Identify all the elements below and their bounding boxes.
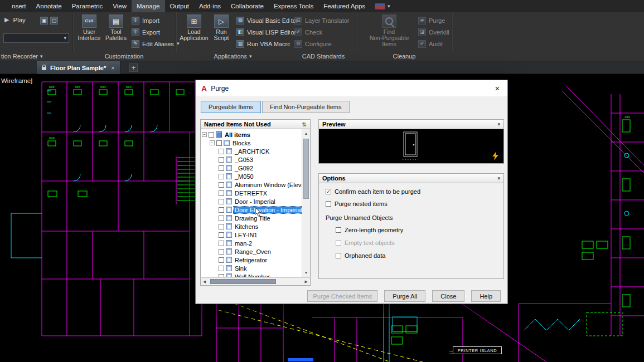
check-button[interactable]: ✔ Check	[294, 27, 322, 37]
checkbox[interactable]	[219, 241, 224, 246]
tree-item[interactable]: Drawing Title	[219, 214, 302, 222]
checkbox[interactable]	[219, 232, 224, 238]
panel-label-cad-standards[interactable]: CAD Standards	[290, 53, 357, 60]
tree-item[interactable]: Refrigerator	[219, 256, 302, 264]
panel-label-cleanup[interactable]: Cleanup	[357, 53, 452, 60]
checkbox[interactable]	[219, 257, 224, 263]
checkbox[interactable]	[326, 201, 331, 207]
tree-item[interactable]: DETREFTX	[219, 189, 302, 197]
help-button[interactable]: Help	[471, 290, 501, 302]
viewport-control-label[interactable]: Wireframe]	[1, 77, 32, 84]
checkbox[interactable]	[219, 157, 224, 163]
scroll-down-icon[interactable]: ▼	[302, 268, 310, 277]
play-button[interactable]: ▶ Play	[4, 16, 26, 23]
zero-length-checkbox-row[interactable]: Zero-length geometry	[336, 227, 497, 233]
checkbox[interactable]	[219, 216, 224, 221]
checkbox-checked[interactable]: ✓	[326, 189, 331, 194]
tree-item-blocks[interactable]: − Blocks	[210, 139, 302, 147]
tree-item[interactable]: man-2	[219, 239, 302, 247]
tab-purgeable-items[interactable]: Purgeable Items	[201, 101, 261, 113]
overkill-button[interactable]: ◪ Overkill	[418, 27, 449, 37]
tree-item[interactable]: Range_Oven	[219, 247, 302, 256]
find-non-purgeable-button[interactable]: Find Non-Purgeable Items	[364, 14, 415, 47]
import-button[interactable]: ⇩ Import	[132, 16, 159, 25]
checkbox[interactable]	[219, 199, 224, 204]
checkbox[interactable]	[336, 227, 341, 233]
dialog-title-bar[interactable]: A Purge ×	[196, 80, 507, 96]
tree-item[interactable]: Aluminum Window (Elevat	[219, 180, 302, 189]
export-button[interactable]: ⇧ Export	[132, 27, 160, 37]
tree-item[interactable]: _ARCHTICK	[219, 147, 302, 155]
checkbox[interactable]	[219, 182, 224, 188]
preview-header[interactable]: Preview ▾	[318, 119, 504, 129]
panel-label-customization[interactable]: Customization	[72, 53, 176, 60]
dialog-close-button[interactable]: ×	[487, 80, 507, 96]
new-tab-button[interactable]: +	[129, 63, 138, 72]
audit-button[interactable]: ✔ Audit	[418, 39, 443, 48]
tab-add-ins[interactable]: Add-ins	[194, 0, 226, 12]
run-script-button[interactable]: ▷ Run Script	[210, 14, 233, 41]
record-insert-message-icon[interactable]: ▣	[40, 17, 48, 25]
flag-dropdown[interactable]: ▾	[370, 0, 395, 12]
action-recorder-combobox[interactable]: ▾	[3, 33, 69, 43]
tab-output[interactable]: Output	[165, 0, 195, 12]
tab-express-tools[interactable]: Express Tools	[269, 0, 318, 12]
sort-icon[interactable]: ⇅	[302, 121, 307, 128]
checkbox[interactable]	[219, 224, 224, 229]
tab-manage[interactable]: Manage	[132, 0, 165, 12]
file-tab-floor-plan-sample[interactable]: Floor Plan Sample* ×	[37, 61, 120, 74]
user-interface-button[interactable]: CUI User Interface	[76, 14, 102, 41]
tree-item[interactable]: LEY-IN1	[219, 231, 302, 239]
confirm-each-item-checkbox-row[interactable]: ✓ Confirm each item to be purged	[326, 188, 497, 195]
checkbox[interactable]	[219, 249, 224, 255]
configure-button[interactable]: ⚙ Configure	[294, 39, 332, 48]
layer-translator-button[interactable]: ⊟ Layer Translator	[294, 16, 349, 25]
tree-item[interactable]: Wall Number	[219, 272, 302, 277]
checkbox[interactable]	[219, 174, 224, 179]
tree-item[interactable]: _G092	[219, 164, 302, 172]
panel-label-action-recorder[interactable]: tion Recorder ▾	[0, 53, 66, 60]
tree-item-all-items[interactable]: − All items	[202, 130, 302, 139]
checkbox[interactable]	[219, 266, 224, 271]
tab-insert[interactable]: nsert	[7, 0, 31, 12]
tab-find-non-purgeable-items[interactable]: Find Non-Purgeable Items	[262, 101, 349, 113]
visual-lisp-editor-button[interactable]: ◧ Visual LISP Editor	[236, 27, 296, 37]
tree-item[interactable]: _M050	[219, 172, 302, 180]
tree-item-selected[interactable]: Door Elevation - Imperial	[219, 206, 302, 214]
orphaned-data-checkbox-row[interactable]: Orphaned data	[336, 252, 497, 259]
tab-annotate[interactable]: Annotate	[31, 0, 67, 12]
collapse-icon[interactable]: −	[210, 140, 215, 145]
checkbox[interactable]	[336, 253, 341, 258]
run-vba-macro-button[interactable]: ▥ Run VBA Macro	[236, 39, 290, 48]
vertical-scrollbar[interactable]: ▲ ▼	[302, 129, 310, 277]
panel-label-applications[interactable]: Applications ▾	[176, 53, 290, 60]
scroll-up-icon[interactable]: ▲	[302, 129, 310, 138]
scroll-right-icon[interactable]: ▶	[305, 280, 308, 284]
purge-all-button[interactable]: Purge All	[384, 290, 425, 302]
visual-basic-editor-button[interactable]: ▦ Visual Basic Editor	[236, 16, 298, 25]
horizontal-scrollbar[interactable]: ◀ ▶	[200, 277, 311, 286]
tab-collaborate[interactable]: Collaborate	[226, 0, 269, 12]
checkbox[interactable]	[219, 149, 224, 154]
checkbox[interactable]	[209, 132, 214, 138]
load-application-button[interactable]: ⊞ Load Application	[180, 14, 208, 41]
purge-nested-checkbox-row[interactable]: Purge nested items	[326, 200, 497, 207]
edit-aliases-button[interactable]: ✎ Edit Aliases ▾	[132, 39, 179, 48]
record-pause-icon[interactable]: ▢	[50, 17, 58, 25]
tool-palettes-button[interactable]: ▤ Tool Palettes	[104, 14, 128, 41]
tree-item[interactable]: Sink	[219, 264, 302, 272]
scrollbar-thumb[interactable]	[210, 279, 276, 284]
close-button[interactable]: Close	[432, 290, 464, 302]
tree-item[interactable]: Door - Imperial	[219, 197, 302, 206]
scroll-left-icon[interactable]: ◀	[203, 280, 206, 284]
tree-item[interactable]: Kitchens	[219, 222, 302, 231]
close-tab-icon[interactable]: ×	[111, 65, 114, 71]
tab-parametric[interactable]: Parametric	[67, 0, 108, 12]
scrollbar-thumb[interactable]	[303, 139, 309, 199]
tab-featured-apps[interactable]: Featured Apps	[318, 0, 370, 12]
tab-view[interactable]: View	[108, 0, 132, 12]
tree-item[interactable]: _G053	[219, 155, 302, 164]
tree-view[interactable]: − All items − Blocks _ARCHTICK _G053 _G0…	[200, 129, 311, 277]
checkbox[interactable]	[219, 190, 224, 196]
purge-button[interactable]: ▰ Purge	[418, 16, 445, 25]
